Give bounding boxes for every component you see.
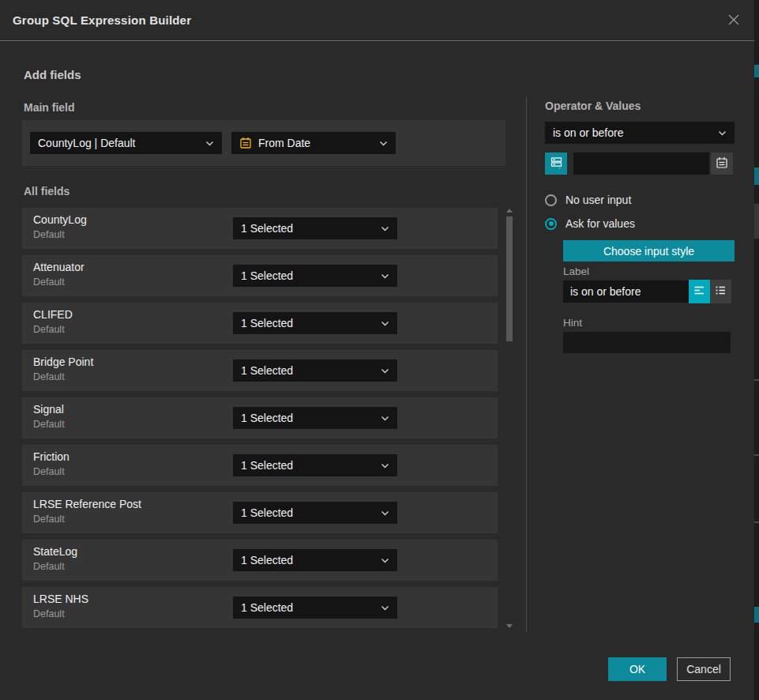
field-sublabel: Default bbox=[33, 229, 65, 240]
background-fragment bbox=[754, 65, 759, 77]
radio-no-user-input-label: No user input bbox=[565, 194, 631, 206]
chevron-down-icon bbox=[205, 141, 214, 146]
field-row: CountyLog Default 1 Selected bbox=[22, 208, 498, 249]
label-label: Label bbox=[563, 265, 589, 277]
value-source-button[interactable] bbox=[545, 152, 567, 175]
field-selected-dropdown[interactable]: 1 Selected bbox=[233, 265, 397, 287]
chevron-down-icon bbox=[381, 273, 389, 279]
main-field-heading: Main field bbox=[24, 101, 75, 114]
radio-ask-for-values[interactable]: Ask for values bbox=[545, 217, 635, 230]
field-name: LRSE Reference Post bbox=[33, 498, 141, 510]
chevron-down-icon bbox=[381, 321, 389, 326]
field-sublabel: Default bbox=[33, 561, 65, 572]
ok-button[interactable]: OK bbox=[608, 657, 667, 681]
choose-input-style-button[interactable]: Choose input style bbox=[563, 240, 735, 262]
radio-no-user-input[interactable]: No user input bbox=[545, 194, 631, 206]
background-fragment bbox=[754, 521, 759, 523]
cancel-button-label: Cancel bbox=[686, 663, 721, 676]
field-row: Attenuator Default 1 Selected bbox=[22, 255, 498, 296]
field-selected-value: 1 Selected bbox=[241, 459, 293, 472]
value-input[interactable] bbox=[573, 152, 709, 175]
field-selected-dropdown[interactable]: 1 Selected bbox=[233, 597, 397, 619]
background-fragment bbox=[754, 204, 759, 239]
field-row: Bridge Point Default 1 Selected bbox=[22, 350, 498, 391]
radio-icon bbox=[545, 194, 557, 206]
input-style-text-button[interactable] bbox=[689, 280, 710, 303]
field-row: Friction Default 1 Selected bbox=[22, 445, 498, 486]
radio-selected-icon bbox=[545, 218, 557, 230]
field-row: LRSE NHS Default 1 Selected bbox=[22, 587, 498, 628]
field-sublabel: Default bbox=[33, 419, 65, 430]
field-selected-value: 1 Selected bbox=[241, 364, 293, 377]
field-sublabel: Default bbox=[33, 277, 65, 288]
field-sublabel: Default bbox=[33, 466, 65, 477]
field-name: Friction bbox=[33, 450, 70, 463]
close-button[interactable] bbox=[721, 8, 746, 33]
field-selected-dropdown[interactable]: 1 Selected bbox=[233, 502, 397, 524]
text-input-style-icon bbox=[693, 285, 705, 298]
field-sublabel: Default bbox=[33, 514, 65, 525]
list-input-style-icon bbox=[715, 285, 727, 298]
dialog-title: Group SQL Expression Builder bbox=[13, 13, 191, 27]
main-field-select[interactable]: From Date bbox=[231, 132, 396, 154]
ok-button-label: OK bbox=[629, 663, 645, 676]
background-fragment bbox=[754, 454, 759, 456]
hint-input[interactable] bbox=[563, 332, 731, 353]
hint-label: Hint bbox=[563, 317, 582, 329]
choose-input-style-label: Choose input style bbox=[603, 245, 694, 258]
scrollbar-thumb[interactable] bbox=[506, 216, 513, 341]
all-fields-heading: All fields bbox=[24, 185, 70, 198]
field-name: StateLog bbox=[33, 545, 77, 558]
unique-values-icon bbox=[550, 156, 563, 171]
layer-select-value: CountyLog | Default bbox=[38, 137, 136, 149]
chevron-down-icon bbox=[718, 130, 727, 136]
field-row: Signal Default 1 Selected bbox=[22, 397, 498, 438]
calendar-icon bbox=[716, 156, 728, 171]
background-fragment bbox=[754, 379, 759, 381]
scroll-down-icon[interactable] bbox=[506, 624, 513, 628]
app-background-strip bbox=[754, 0, 759, 700]
chevron-down-icon bbox=[381, 605, 389, 611]
panel-divider bbox=[526, 97, 527, 632]
group-sql-expression-builder-dialog: Group SQL Expression Builder Add fields … bbox=[0, 0, 759, 700]
field-sublabel: Default bbox=[33, 324, 65, 335]
background-fragment bbox=[754, 167, 759, 185]
field-row: StateLog Default 1 Selected bbox=[22, 540, 498, 581]
date-picker-button[interactable] bbox=[711, 152, 733, 175]
cancel-button[interactable]: Cancel bbox=[677, 657, 731, 681]
field-name: Signal bbox=[33, 403, 64, 416]
field-selected-value: 1 Selected bbox=[241, 317, 293, 329]
add-fields-heading: Add fields bbox=[24, 68, 81, 81]
field-sublabel: Default bbox=[33, 608, 65, 619]
field-selected-value: 1 Selected bbox=[241, 506, 293, 519]
field-selected-value: 1 Selected bbox=[241, 222, 293, 235]
background-fragment bbox=[754, 607, 759, 623]
field-name: LRSE NHS bbox=[33, 593, 88, 605]
field-selected-dropdown[interactable]: 1 Selected bbox=[233, 549, 397, 571]
field-selected-dropdown[interactable]: 1 Selected bbox=[233, 407, 397, 429]
dialog-header: Group SQL Expression Builder bbox=[0, 0, 754, 41]
chevron-down-icon bbox=[381, 416, 389, 421]
scroll-up-icon[interactable] bbox=[506, 209, 513, 213]
close-icon bbox=[727, 13, 741, 29]
field-selected-dropdown[interactable]: 1 Selected bbox=[233, 454, 397, 476]
chevron-down-icon bbox=[381, 463, 389, 469]
operator-values-heading: Operator & Values bbox=[545, 100, 641, 112]
field-row: LRSE Reference Post Default 1 Selected bbox=[22, 492, 498, 533]
layer-select[interactable]: CountyLog | Default bbox=[30, 132, 222, 154]
field-name: Attenuator bbox=[33, 261, 85, 273]
chevron-down-icon bbox=[381, 510, 389, 516]
field-selected-dropdown[interactable]: 1 Selected bbox=[233, 217, 397, 239]
label-input[interactable] bbox=[563, 280, 689, 303]
radio-ask-for-values-label: Ask for values bbox=[565, 217, 635, 230]
main-field-panel: CountyLog | Default From Date bbox=[22, 120, 505, 166]
field-selected-dropdown[interactable]: 1 Selected bbox=[233, 312, 397, 334]
chevron-down-icon bbox=[381, 558, 389, 563]
field-name: CountyLog bbox=[33, 213, 87, 226]
field-name: CLIFED bbox=[33, 308, 73, 321]
input-style-list-button[interactable] bbox=[710, 280, 731, 303]
operator-select[interactable]: is on or before bbox=[545, 122, 735, 144]
field-selected-value: 1 Selected bbox=[241, 601, 293, 614]
field-selected-dropdown[interactable]: 1 Selected bbox=[233, 359, 397, 382]
chevron-down-icon bbox=[381, 368, 389, 374]
